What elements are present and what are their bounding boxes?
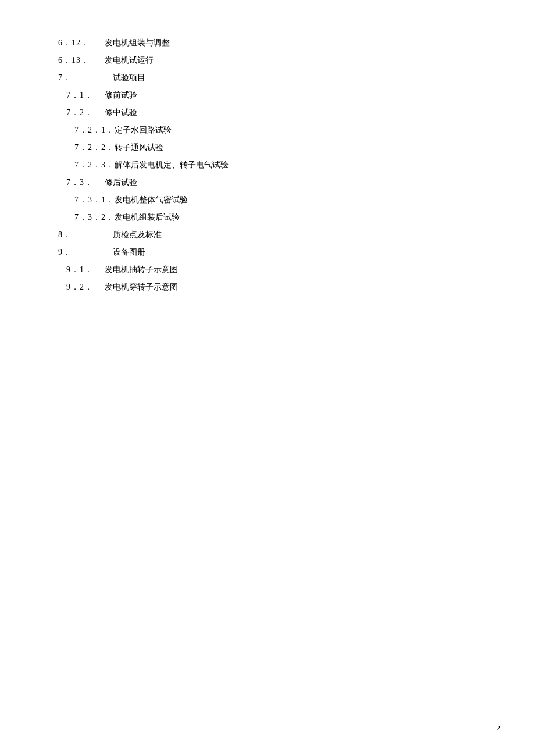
item-text: 修前试验 <box>105 87 488 104</box>
page-number: 2 <box>497 723 501 733</box>
item-number: 7．3．1． <box>58 192 115 208</box>
item-number: 6．13． <box>58 52 105 69</box>
item-text: 设备图册 <box>105 244 488 261</box>
item-text: 发电机穿转子示意图 <box>105 279 488 295</box>
item-number: 7．3．2． <box>58 209 115 226</box>
item-text: 修中试验 <box>105 105 488 121</box>
toc-item: 6．12．发电机组装与调整 <box>58 35 488 51</box>
item-number: 7．2．2． <box>58 140 115 156</box>
toc-item: 9． 设备图册 <box>58 244 488 261</box>
item-text: 质检点及标准 <box>105 227 488 243</box>
item-number: 7． <box>58 70 105 86</box>
item-text: 定子水回路试验 <box>115 122 488 138</box>
item-number: 9．2． <box>58 279 105 295</box>
item-text: 发电机组装与调整 <box>105 35 488 51</box>
item-text: 发电机抽转子示意图 <box>105 262 488 278</box>
item-number: 7．2．1． <box>58 122 115 138</box>
item-number: 7．2． <box>58 105 105 121</box>
item-text: 发电机试运行 <box>105 52 488 69</box>
item-text: 转子通风试验 <box>115 140 488 156</box>
item-number: 7．1． <box>58 87 105 104</box>
item-text: 发电机整体气密试验 <box>115 192 488 208</box>
item-number: 9．1． <box>58 262 105 278</box>
toc-item: 7．1．修前试验 <box>58 87 488 104</box>
item-number: 9． <box>58 244 105 261</box>
item-number: 7．3． <box>58 174 105 191</box>
toc-item: 7．2．修中试验 <box>58 105 488 121</box>
item-number: 7．2．3． <box>58 157 115 173</box>
toc-item: 7．3．修后试验 <box>58 174 488 191</box>
item-text: 解体后发电机定、转子电气试验 <box>115 157 488 173</box>
item-text: 修后试验 <box>105 174 488 191</box>
toc-item: 9．1．发电机抽转子示意图 <box>58 262 488 278</box>
toc-item: 7．3．1．发电机整体气密试验 <box>58 192 488 208</box>
toc-item: 7．2．2．转子通风试验 <box>58 140 488 156</box>
item-number: 6．12． <box>58 35 105 51</box>
toc-item: 7．2．1．定子水回路试验 <box>58 122 488 138</box>
toc-item: 7．2．3．解体后发电机定、转子电气试验 <box>58 157 488 173</box>
toc-item: 7．3．2．发电机组装后试验 <box>58 209 488 226</box>
item-text: 发电机组装后试验 <box>115 209 488 226</box>
item-text: 试验项目 <box>105 70 488 86</box>
toc-item: 6．13．发电机试运行 <box>58 52 488 69</box>
toc-list: 6．12．发电机组装与调整6．13．发电机试运行7． 试验项目7．1．修前试验7… <box>58 35 488 295</box>
toc-item: 7． 试验项目 <box>58 70 488 86</box>
item-number: 8． <box>58 227 105 243</box>
toc-item: 9．2．发电机穿转子示意图 <box>58 279 488 295</box>
toc-item: 8． 质检点及标准 <box>58 227 488 243</box>
page-container: 6．12．发电机组装与调整6．13．发电机试运行7． 试验项目7．1．修前试验7… <box>0 0 535 756</box>
